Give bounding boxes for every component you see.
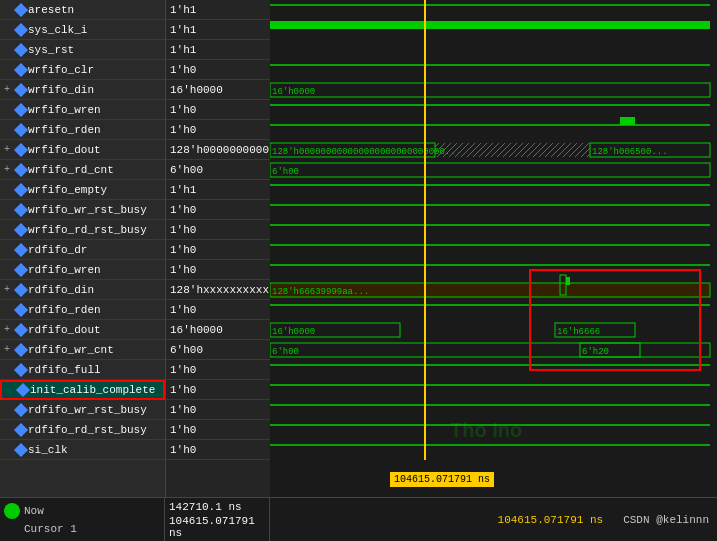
signal-name-label: rdfifo_din xyxy=(28,284,94,296)
svg-text:128'h006500...: 128'h006500... xyxy=(592,147,668,157)
value-row: 128'hxxxxxxxxxx... xyxy=(166,280,270,300)
signal-diamond-icon xyxy=(14,302,28,316)
signal-diamond-icon xyxy=(14,102,28,116)
signal-row: wrfifo_wren xyxy=(0,100,165,120)
signal-diamond-icon xyxy=(14,362,28,376)
value-row: 1'h0 xyxy=(166,240,270,260)
signal-row: rdfifo_wr_rst_busy xyxy=(0,400,165,420)
signal-row: rdfifo_rden xyxy=(0,300,165,320)
signal-name-label: si_clk xyxy=(28,444,68,456)
signal-diamond-icon xyxy=(14,202,28,216)
svg-text:6'h00: 6'h00 xyxy=(272,167,299,177)
signal-row: sys_rst xyxy=(0,40,165,60)
signal-row: +wrfifo_rd_cnt xyxy=(0,160,165,180)
signal-diamond-icon xyxy=(14,442,28,456)
signal-name-label: sys_clk_i xyxy=(28,24,87,36)
value-row: 1'h1 xyxy=(166,0,270,20)
signal-diamond-icon xyxy=(14,282,28,296)
value-row: 1'h0 xyxy=(166,100,270,120)
signal-row: rdfifo_full xyxy=(0,360,165,380)
waveform-svg: 16'h0000 128'h00000000000000000000000000… xyxy=(270,0,717,460)
svg-rect-0 xyxy=(270,0,717,460)
signal-row: rdfifo_rd_rst_busy xyxy=(0,420,165,440)
value-row: 1'h1 xyxy=(166,40,270,60)
signal-diamond-icon xyxy=(14,222,28,236)
svg-text:128'h66639999aa...: 128'h66639999aa... xyxy=(272,287,369,297)
main-container: aresetnsys_clk_isys_rstwrfifo_clr+wrfifo… xyxy=(0,0,717,541)
signal-diamond-icon xyxy=(14,262,28,276)
signal-diamond-icon xyxy=(14,422,28,436)
signal-diamond-icon xyxy=(14,142,28,156)
signal-diamond-icon xyxy=(14,182,28,196)
value-panel: 1'h11'h11'h11'h016'h00001'h01'h0128'h000… xyxy=(165,0,270,497)
signal-row: +rdfifo_din xyxy=(0,280,165,300)
signal-diamond-icon xyxy=(14,342,28,356)
value-row: 16'h0000 xyxy=(166,320,270,340)
now-row: Now xyxy=(4,503,160,519)
value-row: 1'h0 xyxy=(166,200,270,220)
value-row: 1'h0 xyxy=(166,300,270,320)
signal-row: +wrfifo_dout xyxy=(0,140,165,160)
waveform-panel[interactable]: 16'h0000 128'h00000000000000000000000000… xyxy=(270,0,717,497)
status-left: Now Cursor 1 xyxy=(0,498,165,541)
signal-name-label: wrfifo_wr_rst_busy xyxy=(28,204,147,216)
status-indicator xyxy=(4,503,20,519)
signal-name-label: rdfifo_wren xyxy=(28,264,101,276)
signal-diamond-icon xyxy=(16,383,30,397)
value-row: 1'h0 xyxy=(166,260,270,280)
value-row: 1'h0 xyxy=(166,420,270,440)
value-row: 1'h0 xyxy=(166,60,270,80)
signal-row: aresetn xyxy=(0,0,165,20)
svg-text:16'h0000: 16'h0000 xyxy=(272,87,315,97)
value-row: 1'h0 xyxy=(166,380,270,400)
cursor-time-label: 104615.071791 ns xyxy=(390,472,494,487)
value-row: 1'h1 xyxy=(166,20,270,40)
signal-row: wrfifo_empty xyxy=(0,180,165,200)
signal-diamond-icon xyxy=(14,242,28,256)
value-row: 1'h0 xyxy=(166,220,270,240)
value-row: 1'h0 xyxy=(166,360,270,380)
value-row: 1'h0 xyxy=(166,440,270,460)
content-area: aresetnsys_clk_isys_rstwrfifo_clr+wrfifo… xyxy=(0,0,717,497)
svg-text:128'h0000000000000000000000000: 128'h000000000000000000000000000... xyxy=(272,147,461,157)
svg-text:6'h20: 6'h20 xyxy=(582,347,609,357)
csdn-label: CSDN @kelinnn xyxy=(623,514,709,526)
now-value: 142710.1 ns xyxy=(169,501,265,513)
tho-ino-watermark: Tho Ino xyxy=(450,419,522,442)
svg-rect-26 xyxy=(566,277,570,285)
cursor1-label: Cursor 1 xyxy=(24,523,77,535)
signal-name-label: wrfifo_rden xyxy=(28,124,101,136)
signal-diamond-icon xyxy=(14,322,28,336)
now-label: Now xyxy=(24,505,44,517)
svg-text:6'h00: 6'h00 xyxy=(272,347,299,357)
signal-diamond-icon xyxy=(14,162,28,176)
value-row: 1'h0 xyxy=(166,120,270,140)
signal-name-label: wrfifo_clr xyxy=(28,64,94,76)
signal-row: sys_clk_i xyxy=(0,20,165,40)
signal-row: +rdfifo_dout xyxy=(0,320,165,340)
signal-diamond-icon xyxy=(14,22,28,36)
signal-diamond-icon xyxy=(14,402,28,416)
signal-diamond-icon xyxy=(14,62,28,76)
signal-name-label: aresetn xyxy=(28,4,74,16)
value-row: 1'h1 xyxy=(166,180,270,200)
value-row: 6'h00 xyxy=(166,160,270,180)
svg-rect-10 xyxy=(620,117,635,125)
signal-row: si_clk xyxy=(0,440,165,460)
cursor1-value: 104615.071791 ns xyxy=(169,515,265,539)
signal-name-label: rdfifo_dout xyxy=(28,324,101,336)
value-row: 1'h0 xyxy=(166,400,270,420)
signal-diamond-icon xyxy=(14,122,28,136)
signal-row: wrfifo_rd_rst_busy xyxy=(0,220,165,240)
signal-name-label: rdfifo_full xyxy=(28,364,101,376)
status-bar: Now Cursor 1 142710.1 ns 104615.071791 n… xyxy=(0,497,717,541)
signal-diamond-icon xyxy=(14,42,28,56)
value-row: 128'h0000000000... xyxy=(166,140,270,160)
cursor1-row: Cursor 1 xyxy=(4,521,160,537)
signal-name-label: rdfifo_wr_cnt xyxy=(28,344,114,356)
signal-name-label: init_calib_complete xyxy=(30,384,155,396)
signal-name-label: wrfifo_empty xyxy=(28,184,107,196)
signal-row: +wrfifo_din xyxy=(0,80,165,100)
signal-name-label: wrfifo_din xyxy=(28,84,94,96)
signal-name-label: wrfifo_rd_cnt xyxy=(28,164,114,176)
